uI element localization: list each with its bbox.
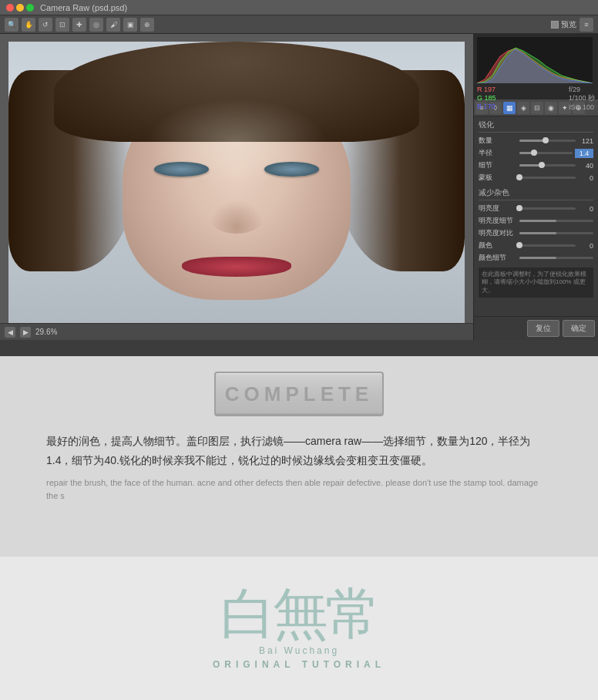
- param-label-lum-detail: 明亮度细节: [479, 216, 517, 226]
- zoom-tool-icon[interactable]: 🔍: [5, 18, 18, 32]
- param-thumb-amount: [543, 137, 549, 143]
- param-row-mask: 蒙板 0: [479, 173, 593, 183]
- param-slider-amount[interactable]: [519, 140, 576, 142]
- window-title: Camera Raw (psd.psd): [40, 3, 127, 12]
- sharpening-section-title: 锐化: [479, 119, 593, 133]
- right-panel: R 197 G 185 B 170 f/29 1/100 秒 ISO 100 ≡…: [473, 34, 598, 340]
- sub-description: repair the brush, the face of the human.…: [46, 476, 552, 502]
- param-row-lum-contrast: 明亮度对比: [479, 228, 593, 238]
- gradient-tool-icon[interactable]: ▣: [123, 18, 137, 32]
- param-label-amount: 数量: [479, 136, 517, 146]
- hist-r-value: R 197: [477, 86, 496, 93]
- middle-section: COMPLETE 最好的润色，提高人物细节。盖印图层，执行滤镜——camera …: [0, 356, 598, 557]
- param-fill-color-detail: [519, 257, 556, 259]
- param-row-detail: 细节 40: [479, 160, 593, 170]
- hand-tool-icon[interactable]: ✋: [22, 18, 35, 32]
- param-slider-luminance[interactable]: [519, 207, 576, 210]
- param-thumb-color: [516, 242, 522, 248]
- param-value-detail: 40: [578, 162, 593, 170]
- histogram-chart: [477, 37, 593, 83]
- param-label-radius: 半径: [479, 148, 517, 158]
- rotate-tool-icon[interactable]: ↺: [39, 18, 52, 32]
- preview-checkbox[interactable]: [551, 21, 559, 29]
- rgb-values: R 197 G 185 B 170: [477, 86, 496, 111]
- param-row-color: 颜色 0: [479, 241, 593, 251]
- param-slider-mask[interactable]: [519, 177, 576, 179]
- bottom-section: 白無常 Bai Wuchang ORIGINAL TUTORIAL: [0, 557, 598, 700]
- param-fill-lum-detail: [519, 220, 556, 222]
- minimize-button[interactable]: [16, 4, 24, 12]
- main-area: ◀ ▶ 29.6%: [0, 34, 598, 340]
- param-thumb-detail: [539, 162, 545, 168]
- complete-badge: COMPLETE: [214, 372, 384, 416]
- brush-tool-icon[interactable]: 🖌: [106, 18, 120, 32]
- brand-logo-chinese: 白無常: [220, 587, 378, 642]
- heal-tool-icon[interactable]: ✚: [72, 18, 86, 32]
- hist-b-value: B 170: [477, 103, 496, 110]
- title-bar: Camera Raw (psd.psd): [0, 0, 598, 15]
- eye-right: [264, 162, 319, 177]
- redeye-tool-icon[interactable]: ◎: [89, 18, 103, 32]
- canvas-bottom-bar: ◀ ▶ 29.6%: [0, 323, 473, 340]
- param-slider-detail[interactable]: [519, 164, 576, 167]
- panel-hint: 在此面板中调整时，为了使锐化效果模糊，请将缩小大小小端放到100% 或更大。: [479, 268, 593, 298]
- brand-name-en: Bai Wuchang: [259, 645, 339, 656]
- eye-left: [154, 162, 209, 177]
- param-label-color: 颜色: [479, 241, 517, 251]
- next-button[interactable]: ▶: [20, 327, 31, 338]
- sharpening-panel: 锐化 数量 121 半径 1.4: [474, 116, 598, 316]
- histogram-area: R 197 G 185 B 170 f/29 1/100 秒 ISO 100: [474, 34, 598, 99]
- photoshop-window: Camera Raw (psd.psd) 🔍 ✋ ↺ ⊡ ✚ ◎ 🖌 ▣ ⊕ 预…: [0, 0, 598, 356]
- nose: [209, 200, 264, 234]
- param-label-luminance: 明亮度: [479, 204, 517, 214]
- param-value-mask: 0: [578, 174, 593, 182]
- param-fill-amount: [519, 140, 546, 142]
- shutter-value: 1/100 秒: [569, 93, 595, 103]
- param-thumb-luminance: [516, 205, 522, 211]
- toolbar: 🔍 ✋ ↺ ⊡ ✚ ◎ 🖌 ▣ ⊕ 预览 ≡: [0, 15, 598, 34]
- param-row-luminance: 明亮度 0: [479, 204, 593, 214]
- close-button[interactable]: [6, 4, 14, 12]
- complete-text: COMPLETE: [225, 382, 373, 406]
- param-row-color-detail: 颜色细节: [479, 253, 593, 263]
- histogram-meta: f/29 1/100 秒 ISO 100: [569, 86, 595, 111]
- toolbar-right: 预览 ≡: [551, 18, 593, 32]
- param-value-luminance: 0: [578, 205, 593, 213]
- param-value-amount: 121: [578, 137, 593, 145]
- param-fill-lum-contrast: [519, 232, 556, 234]
- param-value-color: 0: [578, 242, 593, 250]
- main-description: 最好的润色，提高人物细节。盖印图层，执行滤镜——camera raw——选择细节…: [46, 432, 552, 470]
- ok-button[interactable]: 确定: [563, 320, 595, 337]
- noise-section-title: 减少杂色: [479, 187, 593, 200]
- lips: [182, 257, 291, 277]
- noise-section: 减少杂色 明亮度 0 明亮度细节: [479, 187, 593, 263]
- zoom-level: 29.6%: [35, 328, 57, 336]
- param-thumb-radius: [531, 150, 537, 156]
- preview-label: 预览: [561, 19, 576, 30]
- param-slider-color[interactable]: [519, 244, 576, 247]
- param-value-radius: 1.4: [575, 149, 593, 158]
- window-controls: [6, 4, 34, 12]
- param-slider-lum-contrast[interactable]: [519, 232, 593, 234]
- preview-toggle[interactable]: 预览: [551, 19, 576, 30]
- param-label-detail: 细节: [479, 160, 517, 170]
- adjustment-tool-icon[interactable]: ⊕: [140, 18, 154, 32]
- param-slider-lum-detail[interactable]: [519, 220, 593, 222]
- param-row-amount: 数量 121: [479, 136, 593, 146]
- crop-tool-icon[interactable]: ⊡: [55, 18, 69, 32]
- exposure-value: f/29: [569, 86, 595, 93]
- param-slider-color-detail[interactable]: [519, 257, 593, 259]
- canvas-image: [8, 42, 465, 328]
- param-label-mask: 蒙板: [479, 173, 517, 183]
- param-slider-radius[interactable]: [519, 152, 573, 154]
- prev-button[interactable]: ◀: [5, 327, 15, 338]
- reset-button[interactable]: 复位: [527, 320, 559, 337]
- maximize-button[interactable]: [26, 4, 34, 12]
- more-options-icon[interactable]: ≡: [580, 18, 593, 32]
- canvas-area: ◀ ▶ 29.6%: [0, 34, 473, 340]
- iso-value: ISO 100: [569, 103, 595, 111]
- hist-g-value: G 185: [477, 94, 496, 102]
- param-row-lum-detail: 明亮度细节: [479, 216, 593, 226]
- param-label-color-detail: 颜色细节: [479, 253, 517, 263]
- param-thumb-mask: [516, 174, 522, 180]
